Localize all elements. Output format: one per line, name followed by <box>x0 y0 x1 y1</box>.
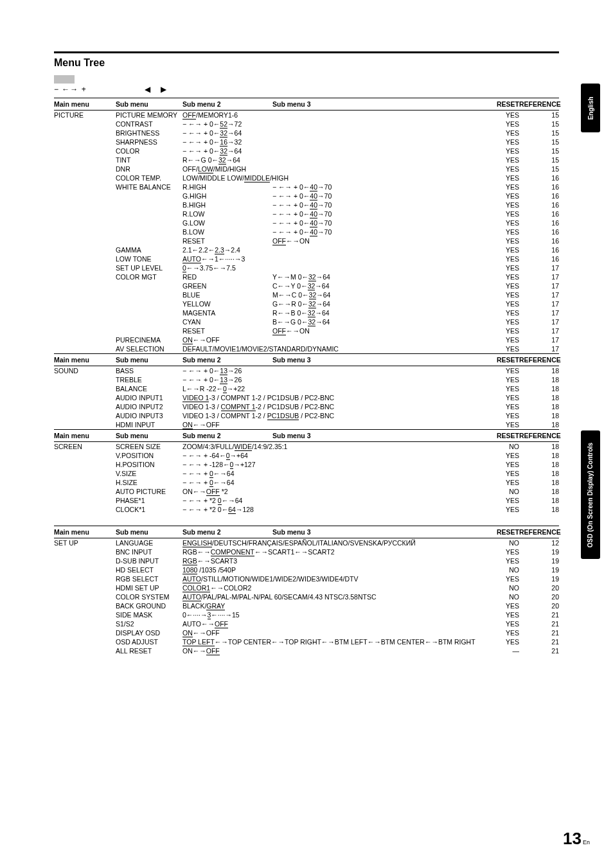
table-row: BRIGHTNESS− ←→ + 0←32→64YES15 <box>54 128 559 137</box>
cell-sub: SIDE MASK <box>116 610 182 619</box>
table-row: HD SELECT1080 /1035 /540PNO19 <box>54 565 559 574</box>
cell-reference: 16 <box>519 236 559 245</box>
cell-reset: NO <box>482 538 519 547</box>
default-value: OFF <box>206 647 220 655</box>
cell-reset: YES <box>482 317 519 326</box>
default-value: 0 <box>182 264 186 272</box>
cell-sub2: − ←→ + 0←13→26 <box>182 375 272 384</box>
cell-reference: 15 <box>519 120 559 128</box>
table-row: V.SIZE− ←→ + 0←→64YES18 <box>54 469 559 478</box>
default-value: 32 <box>220 129 227 137</box>
default-value: 32 <box>309 291 317 299</box>
cell-sub3 <box>272 137 482 146</box>
col-reset: RESET <box>482 528 519 536</box>
cell-reference: 15 <box>519 111 559 120</box>
cell-main <box>54 344 116 353</box>
cell-main <box>54 326 116 335</box>
col-ref: REFERENCE <box>519 356 559 364</box>
cell-sub: DISPLAY OSD <box>116 628 182 637</box>
cell-reset: YES <box>482 619 519 628</box>
default-value: 32 <box>218 156 226 164</box>
cell-reference: 15 <box>519 146 559 155</box>
col-sub: Sub menu <box>116 432 182 439</box>
cell-reference: 18 <box>519 375 559 384</box>
cell-sub3: − ←→ + 0←40→70 <box>272 218 482 227</box>
cell-reset: YES <box>482 505 519 514</box>
cell-reference: 18 <box>519 411 559 420</box>
cell-sub2: OFF/LOW/MID/HIGH <box>182 164 272 173</box>
cell-sub: HD SELECT <box>116 565 182 574</box>
cell-sub: OSD ADJUST <box>116 637 182 646</box>
table-row: PURECINEMAON←→OFFYES17 <box>54 335 559 344</box>
default-value: MIDDLE <box>244 174 270 182</box>
cell-main <box>54 469 116 478</box>
cell-main <box>54 120 116 128</box>
cell-reference: 16 <box>519 182 559 191</box>
cell-main <box>54 146 116 155</box>
cell-sub: COLOR SYSTEM <box>116 592 182 601</box>
cell-reset: YES <box>482 469 519 478</box>
default-value: AUTO <box>182 255 201 263</box>
cell-main <box>54 610 116 619</box>
table-row: WHITE BALANCER.HIGH− ←→ + 0←40→70YES16 <box>54 182 559 191</box>
cell-main <box>54 137 116 146</box>
cell-reference: 18 <box>519 442 559 451</box>
cell-sub2: − ←→ + 0←→64 <box>182 469 272 478</box>
col-reset: RESET <box>482 356 519 364</box>
cell-reference: 19 <box>519 565 559 574</box>
default-value: 0 <box>209 470 213 478</box>
default-value: 2.3 <box>215 246 224 254</box>
cell-main <box>54 236 116 245</box>
cell-reset: YES <box>482 366 519 375</box>
cell-reset: YES <box>482 610 519 619</box>
cell-reference: 20 <box>519 592 559 601</box>
cell-sub3 <box>272 366 482 375</box>
cell-sub <box>116 200 182 209</box>
cell-main: PICTURE <box>54 111 116 120</box>
legend-grey-box <box>54 75 75 84</box>
cell-sub3 <box>272 173 482 182</box>
col-sub2: Sub menu 2 <box>182 356 272 364</box>
col-sub3: Sub menu 3 <box>272 528 482 536</box>
cell-sub: COLOR MGT <box>116 272 182 281</box>
table-row: HDMI SET UPCOLOR1←→COLOR2NO20 <box>54 583 559 592</box>
cell-sub3: R←→B 0←32→64 <box>272 308 482 317</box>
cell-sub: PHASE*1 <box>116 496 182 505</box>
cell-main <box>54 128 116 137</box>
cell-sub3 <box>272 335 482 344</box>
cell-reset: YES <box>482 146 519 155</box>
cell-sub2: R.HIGH <box>182 182 272 191</box>
cell-sub3 <box>272 451 482 460</box>
cell-sub2: − ←→ + 0←16→32 <box>182 137 272 146</box>
table-row: ALL RESETON←→OFF—21 <box>54 646 559 655</box>
cell-reset: YES <box>482 384 519 393</box>
page-number-suffix: En <box>583 839 590 846</box>
default-value: 40 <box>310 183 317 191</box>
cell-reset: YES <box>482 254 519 263</box>
cell-sub2: RESET <box>182 326 272 335</box>
cell-sub3 <box>272 505 482 514</box>
cell-sub3 <box>272 375 482 384</box>
default-value: 13 <box>220 376 227 384</box>
cell-sub: D-SUB INPUT <box>116 556 182 565</box>
cell-main <box>54 505 116 514</box>
cell-sub2: ZOOM/4:3/FULL/WIDE/14:9/2.35:1 <box>182 442 272 451</box>
col-main: Main menu <box>54 432 116 439</box>
cell-reset: YES <box>482 478 519 487</box>
cell-main <box>54 637 116 646</box>
cell-main <box>54 155 116 164</box>
cell-sub: LOW TONE <box>116 254 182 263</box>
cell-sub: BASS <box>116 366 182 375</box>
cell-reference: 18 <box>519 451 559 460</box>
cell-sub3: OFF←→ON <box>272 236 482 245</box>
cell-main <box>54 601 116 610</box>
table-row: COLOR SYSTEMAUTO/PAL/PAL-M/PAL-N/PAL 60/… <box>54 592 559 601</box>
cell-sub2: 2.1←2.2←2.3→2.4 <box>182 245 272 254</box>
cell-sub2: − ←→ + 0←32→64 <box>182 146 272 155</box>
table-row: LOW TONEAUTO←→1←·····→3YES16 <box>54 254 559 263</box>
cell-reset: YES <box>482 263 519 272</box>
cell-reference: 16 <box>519 254 559 263</box>
cell-sub2: ENGLISH/DEUTSCH/FRANÇAIS/ESPAÑOL/ITALIAN… <box>182 538 272 547</box>
cell-sub2: B.HIGH <box>182 200 272 209</box>
cell-sub <box>116 236 182 245</box>
